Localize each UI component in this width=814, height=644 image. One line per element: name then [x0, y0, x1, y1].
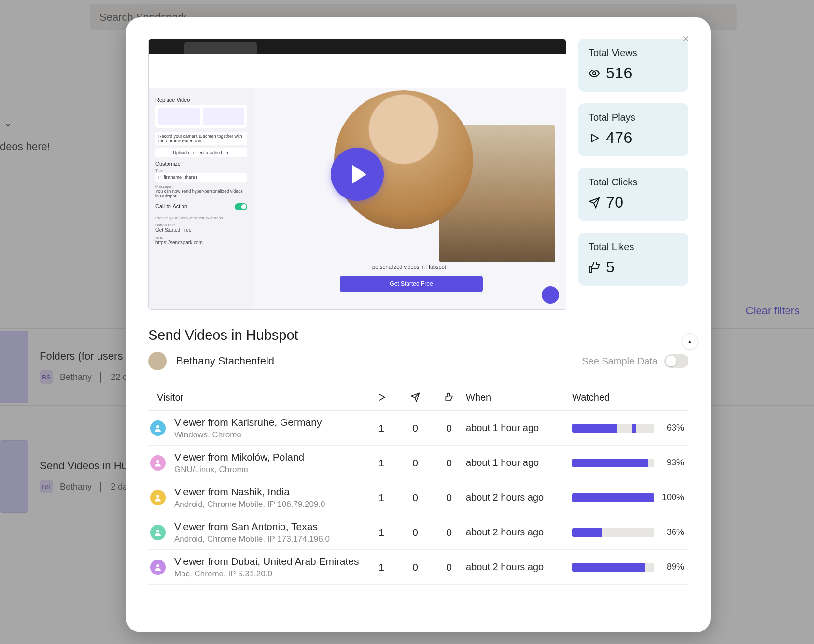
stat-value: 5 — [606, 258, 615, 276]
watched-percent: 89% — [657, 562, 686, 572]
cell-plays: 1 — [365, 422, 398, 434]
cell-clicks: 0 — [398, 561, 432, 573]
browser-tabs — [149, 39, 566, 54]
cta-button: Get Started Free — [340, 276, 483, 292]
send-icon — [410, 392, 420, 402]
stat-card-play: Total Plays476 — [578, 103, 688, 156]
table-row[interactable]: Viewer from Nashik, IndiaAndroid, Chrome… — [148, 480, 688, 515]
cell-plays: 1 — [365, 492, 398, 504]
close-icon — [681, 34, 690, 43]
visitor-avatar — [150, 560, 166, 575]
person-icon — [154, 528, 162, 537]
cta-toggle — [235, 203, 247, 210]
col-likes-icon — [432, 392, 466, 402]
send-icon — [589, 197, 600, 209]
replace-video-label: Replace Video — [155, 97, 247, 103]
editor-sidebar: Replace Video Record your camera & scree… — [149, 88, 254, 309]
cell-when: about 1 hour ago — [466, 457, 572, 468]
cell-clicks: 0 — [398, 527, 432, 538]
cell-likes: 0 — [432, 457, 466, 469]
visitor-meta: Mac, Chrome, IP 5.31.20.0 — [174, 569, 359, 579]
cta-section-label: Call-to-Action — [155, 203, 187, 209]
cell-likes: 0 — [432, 422, 466, 434]
table-row[interactable]: Viewer from Karlsruhe, GermanyWindows, C… — [148, 411, 688, 446]
table-row[interactable]: Viewer from Dubai, United Arab EmiratesM… — [148, 550, 688, 585]
cell-when: about 2 hours ago — [466, 561, 572, 573]
stat-label: Total Likes — [589, 241, 678, 252]
watched-percent: 93% — [657, 458, 686, 468]
watched-percent: 100% — [657, 492, 686, 503]
stat-card-send: Total Clicks70 — [578, 168, 688, 221]
cell-plays: 1 — [365, 457, 398, 469]
cell-when: about 2 hours ago — [466, 527, 572, 538]
col-clicks-icon — [398, 392, 432, 402]
person-icon — [154, 563, 162, 572]
visitor-meta: Windows, Chrome — [174, 430, 322, 440]
visitor-table: Visitor When Watched Viewer from Karlsru… — [148, 384, 688, 585]
visitor-meta: Android, Chrome Mobile, IP 173.174.196.0 — [174, 534, 330, 544]
stat-value: 516 — [606, 64, 632, 82]
visitor-avatar — [150, 420, 166, 436]
person-icon — [154, 424, 162, 433]
visitor-name: Viewer from Mikołów, Poland — [174, 451, 304, 463]
visitor-avatar — [150, 490, 166, 505]
visitor-avatar — [150, 455, 166, 471]
visitor-name: Viewer from Dubai, United Arab Emirates — [174, 555, 359, 568]
col-visitor: Visitor — [148, 392, 365, 403]
cell-likes: 0 — [432, 561, 466, 573]
editor-canvas: sendspark ne | there}}! personalized vid… — [254, 88, 566, 309]
visitor-name: Viewer from Karlsruhe, Germany — [174, 416, 322, 429]
watched-percent: 36% — [657, 527, 686, 537]
video-preview: Replace Video Record your camera & scree… — [148, 39, 566, 310]
sample-data-toggle[interactable] — [664, 354, 688, 368]
watched-bar — [572, 424, 654, 433]
author-avatar — [148, 352, 167, 370]
cell-plays: 1 — [365, 561, 398, 573]
table-row[interactable]: Viewer from Mikołów, PolandGNU/Linux, Ch… — [148, 446, 688, 480]
play-icon — [589, 132, 600, 144]
visitor-meta: GNU/Linux, Chrome — [174, 465, 304, 475]
video-title: Send Videos in Hubspot — [148, 327, 688, 343]
author-name: Bethany Stachenfeld — [176, 355, 274, 367]
thumb-icon — [589, 262, 600, 273]
cell-plays: 1 — [365, 527, 398, 538]
watched-bar — [572, 563, 654, 572]
sample-data-label: See Sample Data — [582, 356, 658, 367]
collapse-button[interactable]: ▴ — [682, 333, 698, 350]
stat-value: 70 — [606, 194, 624, 211]
visitor-avatar — [150, 525, 166, 540]
col-when: When — [466, 392, 572, 403]
app-toolbar — [149, 70, 566, 88]
table-row[interactable]: Viewer from San Antonio, TexasAndroid, C… — [148, 515, 688, 550]
stat-label: Total Clicks — [589, 177, 678, 188]
visitor-name: Viewer from San Antonio, Texas — [174, 520, 330, 533]
cell-when: about 2 hours ago — [466, 492, 572, 503]
cell-clicks: 0 — [398, 422, 432, 434]
visitor-name: Viewer from Nashik, India — [174, 486, 325, 498]
customize-label: Customize — [155, 161, 247, 167]
play-button[interactable] — [331, 148, 384, 201]
col-watched: Watched — [572, 392, 657, 403]
cell-likes: 0 — [432, 492, 466, 504]
cell-when: about 1 hour ago — [466, 422, 572, 434]
cta-caption: personalized videos in Hubspot! — [254, 264, 566, 270]
cell-likes: 0 — [432, 527, 466, 538]
play-icon — [377, 392, 386, 402]
thumb-icon — [444, 392, 454, 402]
person-icon — [154, 493, 162, 502]
col-plays-icon — [365, 392, 398, 402]
cell-clicks: 0 — [398, 492, 432, 504]
cell-clicks: 0 — [398, 457, 432, 469]
stat-card-eye: Total Views516 — [578, 39, 688, 92]
chat-bubble-icon — [542, 286, 559, 304]
analytics-modal: Replace Video Record your camera & scree… — [126, 17, 711, 632]
watched-percent: 63% — [657, 423, 686, 433]
watched-bar — [572, 459, 654, 467]
browser-address-bar — [149, 54, 566, 70]
visitor-meta: Android, Chrome Mobile, IP 106.79.209.0 — [174, 500, 325, 509]
close-button[interactable] — [678, 31, 693, 46]
watched-bar — [572, 528, 654, 537]
stat-label: Total Views — [589, 47, 678, 58]
table-header: Visitor When Watched — [148, 384, 688, 411]
person-icon — [154, 459, 162, 467]
